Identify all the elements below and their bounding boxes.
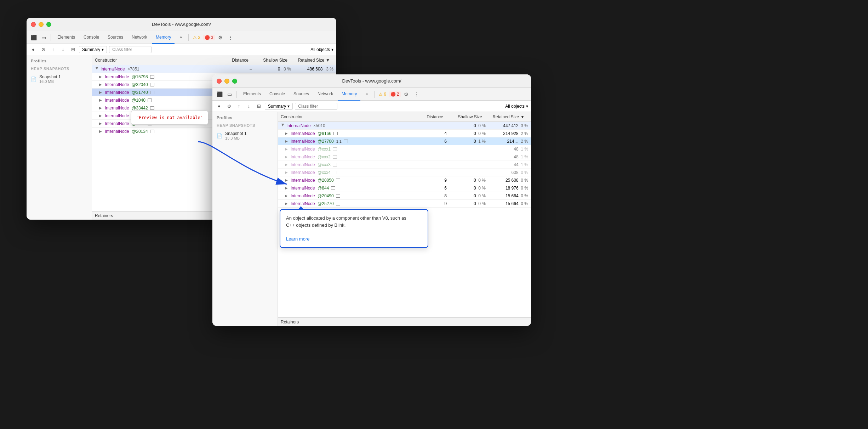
device-icon-back[interactable]: ▭ xyxy=(39,33,48,42)
expand-icon[interactable]: ▶ xyxy=(95,67,99,71)
expand-icon[interactable]: ▶ xyxy=(281,124,285,128)
th-retained-front: Retained Size ▼ xyxy=(485,114,527,119)
tab-more-front[interactable]: » xyxy=(362,88,371,101)
sub-toolbar-back: ● ⊘ ↑ ↓ ⊞ Summary ▾ All objects ▾ xyxy=(27,44,336,55)
all-objects-dropdown-back[interactable]: All objects ▾ xyxy=(310,47,333,52)
window-icon xyxy=(336,194,340,198)
tab-sources-front[interactable]: Sources xyxy=(290,88,313,101)
sep2 xyxy=(188,34,189,41)
snapshot-item-back[interactable]: 📄 Snapshot 1 16.0 MB xyxy=(27,72,92,86)
tab-memory-back[interactable]: Memory xyxy=(152,31,175,44)
grid-icon-back[interactable]: ⊞ xyxy=(69,46,77,53)
tab-bar-back: ⬛ ▭ Elements Console Sources Network Mem… xyxy=(27,31,336,44)
expand-icon[interactable]: ▶ xyxy=(99,106,103,110)
window-icon xyxy=(333,132,338,135)
snapshot-size-back: 16.0 MB xyxy=(39,79,61,84)
stop-icon-back[interactable]: ⊘ xyxy=(39,46,47,53)
window-icon xyxy=(150,106,154,110)
tab-console-back[interactable]: Console xyxy=(80,31,103,44)
table-row[interactable]: ▶ InternalNode @20490 8 0 0 % 15 664 0 % xyxy=(278,192,531,200)
download-icon-front[interactable]: ↓ xyxy=(245,102,253,110)
device-icon-front[interactable]: ▭ xyxy=(225,90,234,98)
info-tooltip: An object allocated by a component other… xyxy=(280,209,428,248)
class-filter-front[interactable] xyxy=(295,103,337,110)
table-row[interactable]: ▶ InternalNode ×7851 – 0 0 % 486 608 3 % xyxy=(92,65,336,73)
upload-icon-back[interactable]: ↑ xyxy=(49,46,57,53)
more-icon-back[interactable]: ⋮ xyxy=(226,33,235,42)
learn-more-link[interactable]: Learn more xyxy=(286,236,309,242)
all-objects-dropdown-front[interactable]: All objects ▾ xyxy=(505,104,528,109)
profiles-label-front: Profiles xyxy=(212,112,278,121)
window-icon xyxy=(150,83,154,86)
table-row[interactable]: ▶ InternalNode @xxx3 44 1 % xyxy=(278,161,531,169)
tab-console-front[interactable]: Console xyxy=(266,88,289,101)
tab-elements-back[interactable]: Elements xyxy=(54,31,79,44)
expand-icon[interactable]: ▶ xyxy=(99,75,103,79)
tab-elements-front[interactable]: Elements xyxy=(240,88,264,101)
sep1 xyxy=(51,34,51,41)
inspect-icon-back[interactable]: ⬛ xyxy=(29,33,38,42)
inspect-icon-front[interactable]: ⬛ xyxy=(215,90,224,98)
summary-dropdown-front[interactable]: Summary ▾ xyxy=(265,103,293,110)
download-icon-back[interactable]: ↓ xyxy=(59,46,67,53)
window-icon xyxy=(333,155,337,159)
devtools-window-front: DevTools - www.google.com/ ⬛ ▭ Elements … xyxy=(212,74,531,326)
window-icon xyxy=(344,140,348,143)
sep3 xyxy=(236,91,237,98)
grid-icon-front[interactable]: ⊞ xyxy=(255,102,263,110)
window-icon xyxy=(336,179,340,182)
settings-icon-front[interactable]: ⚙ xyxy=(402,90,411,98)
table-row[interactable]: ▶ InternalNode @9166 4 0 0 % 214 928 2 % xyxy=(278,130,531,137)
retainers-bar-front: Retainers xyxy=(278,317,531,326)
error-badge-back: 🔴 3 xyxy=(203,35,215,40)
snapshot-file-icon-back: 📄 xyxy=(31,76,36,82)
expand-icon[interactable]: ▶ xyxy=(99,90,103,94)
minimize-button-back[interactable] xyxy=(39,22,44,27)
expand-icon[interactable]: ▶ xyxy=(99,122,103,125)
table-header-back: Constructor Distance Shallow Size Retain… xyxy=(92,55,336,65)
upload-icon-front[interactable]: ↑ xyxy=(235,102,243,110)
table-row[interactable]: ▶ InternalNode @844 6 0 0 % 18 976 0 % xyxy=(278,184,531,192)
table-row[interactable]: ▶ InternalNode @27700 1 1 6 0 1 % 214… 2… xyxy=(278,137,531,145)
title-bar-front: DevTools - www.google.com/ xyxy=(212,74,531,88)
table-row[interactable]: ▶ InternalNode @25270 9 0 0 % 15 664 0 % xyxy=(278,200,531,208)
record-icon-front[interactable]: ● xyxy=(215,102,223,110)
summary-dropdown-back[interactable]: Summary ▾ xyxy=(79,46,107,53)
minimize-button-front[interactable] xyxy=(224,79,229,84)
preview-box: "Preview is not available" xyxy=(131,111,208,125)
connecting-arrow xyxy=(177,128,308,198)
close-button-back[interactable] xyxy=(31,22,36,27)
table-row[interactable]: ▶ InternalNode ×5010 – 0 0 % 447 412 3 % xyxy=(278,122,531,130)
table-row[interactable]: ▶ InternalNode @xxx1 48 1 % xyxy=(278,145,531,153)
tab-more-back[interactable]: » xyxy=(176,31,185,44)
tab-network-back[interactable]: Network xyxy=(128,31,151,44)
title-bar-back: DevTools - www.google.com/ xyxy=(27,18,336,31)
class-filter-back[interactable] xyxy=(109,46,152,53)
expand-icon[interactable]: ▶ xyxy=(285,202,289,205)
expand-icon[interactable]: ▶ xyxy=(99,83,103,86)
maximize-button-back[interactable] xyxy=(46,22,51,27)
window-icon xyxy=(333,171,337,174)
table-row[interactable]: ▶ InternalNode @xxx4 608 0 % xyxy=(278,169,531,176)
sidebar-back: Profiles HEAP SNAPSHOTS 📄 Snapshot 1 16.… xyxy=(27,55,92,220)
snapshot-name-back: Snapshot 1 xyxy=(39,74,61,79)
tab-sources-back[interactable]: Sources xyxy=(104,31,127,44)
close-button-front[interactable] xyxy=(217,79,222,84)
sep4 xyxy=(374,91,375,98)
window-icon xyxy=(333,147,337,151)
stop-icon-front[interactable]: ⊘ xyxy=(225,102,233,110)
expand-icon[interactable]: ▶ xyxy=(99,129,103,133)
record-icon-back[interactable]: ● xyxy=(29,46,37,53)
table-header-front: Constructor Distance Shallow Size Retain… xyxy=(278,112,531,122)
tooltip-line2: C++ objects defined by Blink. xyxy=(286,222,422,229)
tab-network-front[interactable]: Network xyxy=(314,88,337,101)
table-row[interactable]: ▶ InternalNode @xxx2 48 1 % xyxy=(278,153,531,161)
window-icon xyxy=(148,98,152,102)
expand-icon[interactable]: ▶ xyxy=(99,114,103,118)
settings-icon-back[interactable]: ⚙ xyxy=(216,33,225,42)
table-row[interactable]: ▶ InternalNode @20850 9 0 0 % 25 608 0 % xyxy=(278,176,531,184)
maximize-button-front[interactable] xyxy=(232,79,237,84)
more-icon-front[interactable]: ⋮ xyxy=(412,90,421,98)
expand-icon[interactable]: ▶ xyxy=(99,98,103,102)
tab-memory-front[interactable]: Memory xyxy=(338,88,360,101)
